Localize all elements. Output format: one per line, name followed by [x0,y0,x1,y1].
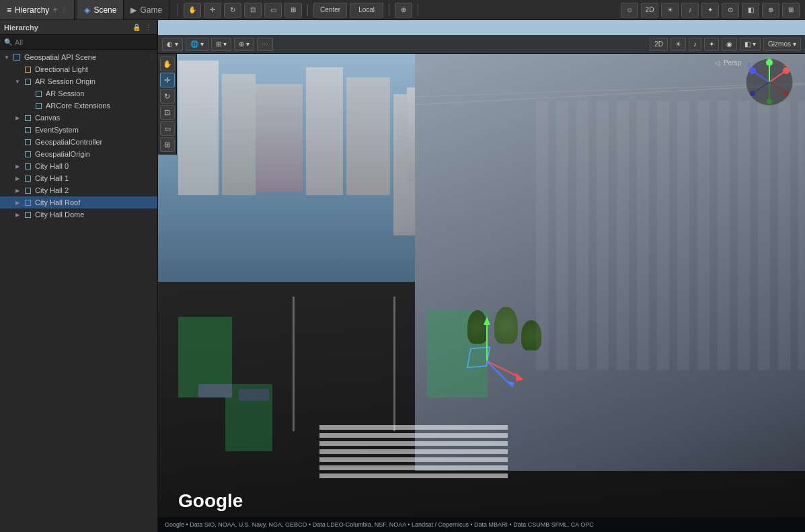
tree-item-ar-session-origin[interactable]: ▼ AR Session Origin [0,75,157,87]
toolbar-effects-btn[interactable]: ✦ [701,3,719,17]
hierarchy-tab-options-icon[interactable]: ⋮ [61,6,67,13]
search-icon: 🔍 [4,38,12,46]
scene-object-icon [12,52,22,62]
vp-gizmos-btn[interactable]: Gizmos ▾ [763,38,801,51]
tool-rotate-btn[interactable]: ↻ [160,89,175,104]
stats-dropdown-icon: ▾ [753,40,756,48]
tree-label-ar-session-origin: AR Session Origin [35,77,95,85]
tool-move-btn[interactable]: ✛ [160,73,175,87]
vp-grid-btn[interactable]: ⊞ ▾ [211,38,231,51]
toolbar-snap-toggle[interactable]: ⊕ [395,3,412,17]
lighting-icon: ☀ [675,40,681,48]
tree-item-canvas[interactable]: ▶ Canvas [0,112,157,124]
tree-label-city-hall-0: City Hall 0 [35,162,69,170]
snap-icon: ⊕ [239,40,244,48]
game-tab-label: Game [140,5,162,15]
grid-icon: ⊞ [216,40,221,48]
directional-light-icon [23,65,32,74]
expand-arrow-scene: ▼ [3,53,11,61]
tree-item-directional-light[interactable]: Directional Light [0,63,157,75]
hierarchy-panel-header: Hierarchy 🔒 ⋮ [0,20,157,35]
vp-shading-btn[interactable]: ◐ ▾ [162,38,183,51]
tab-hierarchy[interactable]: ≡ Hierarchy + ⋮ [0,0,75,20]
tool-hand-btn[interactable]: ✋ [160,56,175,71]
toolbar-layout-btn[interactable]: ⊞ [782,3,800,17]
toolbar-light-btn[interactable]: ☀ [661,3,679,17]
expand-arrow-canvas: ▶ [13,114,22,122]
tree-item-geospatial-origin[interactable]: GeospatialOrigin [0,148,157,160]
scene-content [158,20,805,532]
hierarchy-tab-group: ≡ Hierarchy + ⋮ [0,0,75,20]
hierarchy-tab-add-icon[interactable]: + [52,5,57,15]
expand-arrow-ch1: ▶ [13,174,22,182]
canvas-icon [23,113,32,122]
hierarchy-lock-icon[interactable]: 🔒 [132,23,141,32]
toolbar-move-tool[interactable]: ✛ [204,3,221,17]
tree-item-city-hall-2[interactable]: ▶ City Hall 2 [0,184,157,196]
tree-item-geospatial-controller[interactable]: GeospatialController [0,136,157,148]
fx-icon: ✦ [709,40,714,48]
gizmos-label: Gizmos [768,40,791,48]
toolbar-gizmo-btn[interactable]: ⊙ [722,3,739,17]
vp-audio-btn[interactable]: ♪ [689,38,701,51]
ar-session-icon [34,89,43,98]
tool-rect-btn[interactable]: ▭ [160,121,175,136]
hierarchy-more-icon[interactable]: ⋮ [144,23,153,32]
vp-more-btn[interactable]: ⋯ [257,38,273,51]
vp-fx-btn[interactable]: ✦ [704,38,719,51]
toolbar-hand-tool[interactable]: ✋ [184,3,201,17]
tree-item-arcore-extensions[interactable]: ARCore Extensions [0,100,157,112]
grid-dropdown-icon: ▾ [223,40,227,48]
gizmos-dropdown-icon: ▾ [793,40,796,48]
tree-item-event-system[interactable]: EventSystem [0,124,157,136]
vp-2d-btn[interactable]: 2D [650,38,668,51]
vp-scene-vis-btn[interactable]: ◉ [722,38,737,51]
google-watermark: Google [178,490,243,512]
vp-stats-btn[interactable]: ◧ ▾ [740,38,761,51]
toolbar-2d-button[interactable]: 2D [641,3,658,17]
main-content: Hierarchy 🔒 ⋮ 🔍 ▼ Geospatial API Scene ⋮ [0,20,805,532]
gizmo-widget[interactable]: X Y Z [744,57,798,111]
toolbar-rect-tool[interactable]: ▭ [264,3,282,17]
vp-lighting-btn[interactable]: ☀ [670,38,686,51]
viewport[interactable]: ✋ ✛ ↻ ⊡ ▭ ⊞ ◐ ▾ 🌐 ▾ ⊞ ▾ ⊕ ▾ [158,20,805,532]
toolbar-scale-tool[interactable]: ⊡ [244,3,262,17]
toolbar-transform-tool[interactable]: ⊞ [284,3,302,17]
hierarchy-panel: Hierarchy 🔒 ⋮ 🔍 ▼ Geospatial API Scene ⋮ [0,20,158,532]
vp-snap-btn[interactable]: ⊕ ▾ [234,38,254,51]
tree-item-city-hall-1[interactable]: ▶ City Hall 1 [0,172,157,184]
tree-item-city-hall-roof[interactable]: ▶ City Hall Roof [0,196,157,208]
toolbar-layers-btn[interactable]: ⊕ [762,3,779,17]
tab-scene[interactable]: ◈ Scene [77,0,124,20]
expand-arrow-ch-roof: ▶ [13,198,22,206]
tree-item-city-hall-0[interactable]: ▶ City Hall 0 [0,160,157,172]
toolbar-audio-btn[interactable]: ♪ [681,3,699,17]
tree-item-ar-session[interactable]: AR Session [0,87,157,100]
svg-point-15 [749,67,756,74]
tool-transform-btn[interactable]: ⊞ [160,137,175,152]
vp-world-btn[interactable]: 🌐 ▾ [186,38,208,51]
tree-label-city-hall-1: City Hall 1 [35,174,69,182]
city-hall-dome-icon [23,210,32,219]
shading-icon: ◐ [167,40,173,48]
tree-item-geospatial-api-scene[interactable]: ▼ Geospatial API Scene ⋮ [0,51,157,63]
toolbar-scene-view-btn[interactable]: ◧ [742,3,759,17]
toolbar-local-toggle[interactable]: Local [350,3,383,17]
tree-label-city-hall-2: City Hall 2 [35,186,69,194]
toolbar-rotate-tool[interactable]: ↻ [224,3,241,17]
city-hall-2-icon [23,186,32,195]
toolbar-pivot-toggle[interactable]: Center [313,3,347,17]
tab-game[interactable]: ▶ Game [124,0,169,20]
city-hall-roof-icon [23,198,32,207]
tool-scale-btn[interactable]: ⊡ [160,105,175,120]
svg-point-18 [783,91,789,96]
tree-label-geospatial-api-scene: Geospatial API Scene [24,53,96,61]
tree-label-geospatial-origin: GeospatialOrigin [35,150,90,158]
toolbar-account-icon[interactable]: ☺ [621,3,638,17]
tree-label-city-hall-dome: City Hall Dome [35,211,84,219]
hierarchy-search-input[interactable] [15,38,153,46]
geospatial-origin-icon [23,149,32,159]
scene-icon: ◈ [84,5,90,15]
tree-item-city-hall-dome[interactable]: ▶ City Hall Dome [0,208,157,221]
scene-options-icon[interactable]: ⋮ [148,54,157,61]
